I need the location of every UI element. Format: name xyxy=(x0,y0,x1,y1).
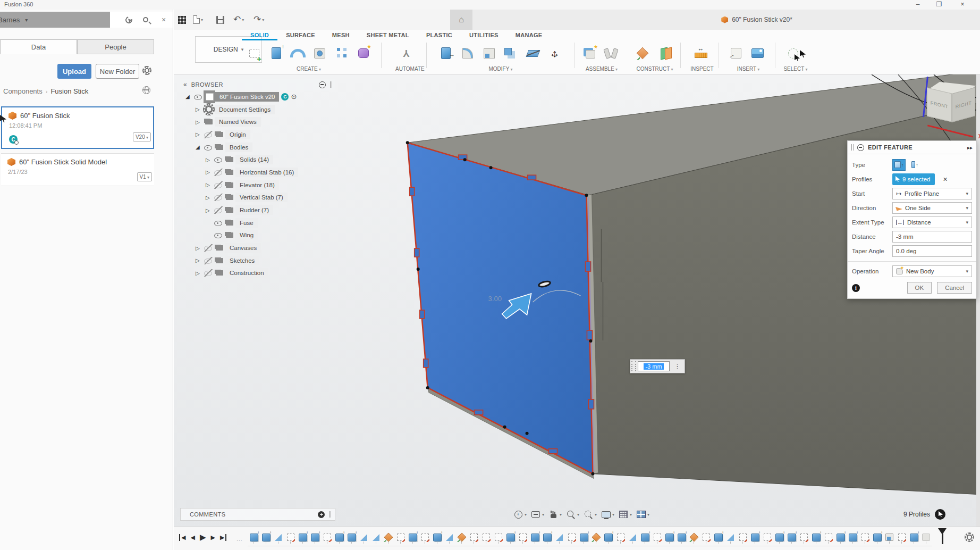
close-panel-button[interactable]: × xyxy=(158,15,169,24)
timeline-feature-icon[interactable] xyxy=(480,531,492,544)
timeline-feature-icon[interactable] xyxy=(602,531,614,544)
tree-item-label[interactable]: Canvases xyxy=(225,243,261,253)
tree-item-label[interactable]: Vertical Stab (7) xyxy=(235,193,288,202)
timeline-feature-icon[interactable] xyxy=(688,531,700,544)
extrude-type-button[interactable]: ↑ xyxy=(892,159,906,171)
visibility-eye-icon[interactable] xyxy=(203,144,214,151)
data-panel-tab[interactable]: People xyxy=(77,39,154,54)
info-icon[interactable]: i xyxy=(852,284,860,292)
browser-tree-item[interactable]: ▷ Sketches xyxy=(180,254,335,267)
timeline-feature-icon[interactable] xyxy=(455,531,468,544)
tree-item-label[interactable]: Document Settings xyxy=(215,105,275,114)
timeline-feature-icon[interactable] xyxy=(871,531,883,544)
timeline-feature-icon[interactable] xyxy=(492,531,504,544)
playback-button[interactable]: ▶ xyxy=(220,534,226,541)
ribbon-tool-icon[interactable] xyxy=(287,41,309,65)
panel-drag-handle[interactable] xyxy=(330,81,332,88)
selected-profile-face[interactable] xyxy=(408,143,593,474)
browser-tree-item[interactable]: ▷ Canvases xyxy=(180,241,335,254)
tree-item-label[interactable]: Horizontal Stab (16) xyxy=(235,168,298,177)
tree-item-label[interactable]: Solids (14) xyxy=(235,155,273,164)
tree-item-label[interactable]: Bodies xyxy=(225,143,252,152)
timeline-feature-icon[interactable] xyxy=(749,531,761,544)
tree-item-label[interactable]: Construction xyxy=(225,268,268,278)
timeline-feature-icon[interactable] xyxy=(724,531,737,544)
timeline-feature-icon[interactable] xyxy=(394,531,407,544)
timeline-feature-icon[interactable] xyxy=(920,531,932,544)
tree-item-label[interactable]: Named Views xyxy=(215,117,261,127)
timeline-feature-icon[interactable] xyxy=(712,531,724,544)
timeline-feature-icon[interactable] xyxy=(541,531,553,544)
tree-item-label[interactable]: Rudder (7) xyxy=(235,205,273,215)
cancel-button[interactable]: Cancel xyxy=(937,282,972,294)
expand-arrow-icon[interactable]: ▷ xyxy=(196,119,203,125)
ribbon-tool-icon[interactable] xyxy=(352,41,374,65)
distance-input[interactable]: -3 mm xyxy=(892,231,972,243)
timeline-feature-icon[interactable] xyxy=(529,531,541,544)
expand-arrow-icon[interactable]: ▷ xyxy=(196,245,203,251)
ribbon-tool-icon[interactable] xyxy=(265,41,287,65)
ribbon-tool-icon[interactable] xyxy=(653,41,675,65)
panel-drag-handle[interactable] xyxy=(329,511,331,518)
expand-arrow-icon[interactable]: ▷ xyxy=(206,207,213,213)
expand-arrow-icon[interactable]: ▷ xyxy=(196,257,203,263)
direction-select[interactable]: One Side ▾ xyxy=(892,202,972,214)
group-label-insert[interactable]: INSERT xyxy=(725,66,772,72)
clear-selection-icon[interactable]: × xyxy=(943,175,947,184)
chevron-down-icon[interactable]: ▾ xyxy=(560,512,562,517)
viewport-nav-button[interactable]: ▾ xyxy=(548,510,562,519)
ribbon-tool-icon[interactable] xyxy=(690,41,712,65)
playback-button[interactable]: ◀ xyxy=(190,534,195,541)
timeline-feature-icon[interactable] xyxy=(321,531,333,544)
ribbon-tool-icon[interactable] xyxy=(500,41,522,65)
data-panel-tab[interactable]: Data xyxy=(0,39,77,54)
viewport-nav-button[interactable]: ▾ xyxy=(618,510,632,519)
viewport-nav-button[interactable]: ▾ xyxy=(513,510,527,519)
search-button[interactable] xyxy=(140,15,151,24)
globe-icon[interactable] xyxy=(142,86,150,94)
minimize-button[interactable]: – xyxy=(910,1,926,9)
timeline-feature-icon[interactable] xyxy=(785,531,798,544)
comments-bar[interactable]: COMMENTS xyxy=(180,508,335,521)
viewport-nav-button[interactable]: ▾ xyxy=(565,510,579,519)
expand-arrow-icon[interactable]: ▷ xyxy=(206,182,213,188)
browser-tree-item[interactable]: ▷ Solids (14) xyxy=(180,153,335,166)
timeline-feature-icon[interactable] xyxy=(627,531,639,544)
chevron-down-icon[interactable]: ▾ xyxy=(647,512,649,517)
timeline-feature-icon[interactable] xyxy=(675,531,688,544)
tree-item-label[interactable]: Wing xyxy=(235,230,258,240)
timeline-feature-icon[interactable] xyxy=(517,531,529,544)
chevron-down-icon[interactable]: ▾ xyxy=(612,512,614,517)
timeline-feature-icon[interactable] xyxy=(272,531,284,544)
timeline-feature-icon[interactable] xyxy=(590,531,602,544)
breadcrumb-root[interactable]: Components xyxy=(3,87,43,95)
browser-tree-item[interactable]: ▷ Horizontal Stab (16) xyxy=(180,166,335,179)
timeline-feature-icon[interactable] xyxy=(553,531,565,544)
ribbon-tool-icon[interactable] xyxy=(631,41,653,65)
expand-arrow-icon[interactable]: ▷ xyxy=(196,270,203,276)
chevron-down-icon[interactable]: ▾ xyxy=(577,512,579,517)
distance-value-field[interactable]: -3 mm xyxy=(638,361,670,371)
tree-item-label[interactable]: Sketches xyxy=(225,256,259,265)
expand-arrow-icon[interactable]: ▷ xyxy=(196,106,203,112)
visibility-eye-icon[interactable] xyxy=(203,131,214,138)
taper-angle-input[interactable]: 0.0 deg xyxy=(892,245,972,257)
expand-arrow-icon[interactable]: ▷ xyxy=(206,169,213,175)
timeline-feature-icon[interactable] xyxy=(773,531,785,544)
timeline-feature-icon[interactable] xyxy=(370,531,382,544)
visibility-eye-icon[interactable] xyxy=(213,181,224,189)
timeline-feature-icon[interactable] xyxy=(859,531,871,544)
canvas-distance-input-box[interactable]: -3 mm ⋮ xyxy=(630,359,685,373)
timeline-feature-icon[interactable] xyxy=(358,531,370,544)
expand-arrow-icon[interactable]: ◢ xyxy=(196,144,203,150)
canvas-scrollbar[interactable] xyxy=(976,74,980,527)
timeline-feature-icon[interactable] xyxy=(761,531,773,544)
collapse-panel-icon[interactable]: « xyxy=(183,81,187,88)
tree-item-label[interactable]: Fuse xyxy=(235,218,258,228)
home-tab-button[interactable]: ⌂ xyxy=(450,10,472,30)
timeline-feature-icon[interactable] xyxy=(309,531,321,544)
group-label-assemble[interactable]: ASSEMBLE xyxy=(578,66,625,72)
browser-tree-item[interactable]: ▷ Rudder (7) xyxy=(180,204,335,216)
refresh-button[interactable] xyxy=(123,15,134,24)
timeline-feature-icon[interactable] xyxy=(504,531,517,544)
